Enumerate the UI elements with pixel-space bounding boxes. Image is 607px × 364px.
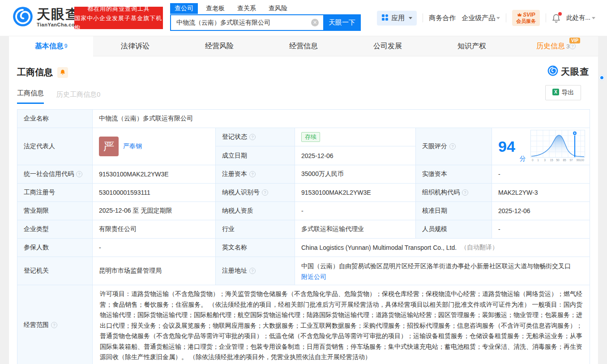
top-header: 天眼查 TianYanCha.com 都在用的商业查询工具 国家中小企业发展子基… [0,0,607,36]
tab-operation-info[interactable]: 经营信息 [261,36,346,56]
apps-label: 应用 [391,14,405,22]
enterprise-products-link[interactable]: 企业级产品 [462,14,500,22]
promo-line2: 国家中小企业发展子基金旗下机构 [74,13,163,32]
tab-history-info[interactable]: 历史信息 3 VIP [514,36,598,56]
help-icon[interactable] [249,134,256,140]
vip-badge: VIP [569,38,580,43]
search-tabs: 查公司 查老板 查关系 查风险 [170,3,361,14]
staff-size-value: - [492,220,590,239]
reg-address-label: 注册地址 [216,257,295,285]
svip-service-label: 会员服务 [516,18,536,24]
tianyancha-swirl-icon [547,65,558,78]
score-distribution-chart: 0 1 3 15 50 85 97 99 100 [530,130,585,163]
divider [546,13,546,22]
tab-label: 经营信息 [289,42,318,51]
svg-text:3: 3 [544,158,546,162]
industry-label: 行业 [216,220,295,239]
help-icon[interactable] [51,322,57,328]
establish-date-value: 2025-12-06 [295,146,416,165]
crown-icon [517,12,522,18]
registry-authority-value: 昆明市市场监督管理局 [93,257,216,285]
score-cell: 94 分 [492,128,590,165]
status-badge: 存续 [301,132,320,142]
legal-rep-link[interactable]: 严奉钢 [123,142,142,150]
tab-company-development[interactable]: 公司发展 [346,36,430,56]
tianyancha-logo[interactable]: 天眼查 TianYanCha.com [13,6,80,29]
help-icon[interactable] [76,171,82,177]
apps-button[interactable]: 应用 [377,11,417,26]
tab-legal-litigation[interactable]: 法律诉讼 [93,36,177,56]
help-icon[interactable] [249,268,256,274]
credit-code-label: 统一社会信用代码 [17,165,93,184]
tab-count: 3 [566,43,569,50]
svg-text:100: 100 [579,158,584,162]
notification-bell-icon[interactable] [552,13,560,23]
business-term-value: 2025-12-06 至 无固定期限 [93,202,216,220]
divider [506,13,506,22]
search-tab-company[interactable]: 查公司 [170,3,198,14]
taxpayer-id-label: 纳税人识别号 [216,184,295,202]
caret-down-icon [409,17,412,19]
address-text: 中国（云南）自由贸易试验区昆明片区经开区洛羊街道办事处小新册社区联运大道与物畅街… [301,262,571,270]
score-value: 94 [498,139,515,154]
label-text: 注册地址 [222,267,247,275]
user-menu[interactable]: 此处有... [566,14,595,22]
svg-text:0: 0 [532,158,534,162]
label-text: 天眼评分 [422,142,447,150]
approval-date-value: 2025-12-06 [492,202,590,220]
search-tab-risk[interactable]: 查风险 [264,3,292,14]
score-label: 天眼评分 [416,128,492,165]
label-text: 统一社会信用代码 [24,170,74,178]
tab-basic-info[interactable]: 基本信息 9 [9,36,93,56]
help-icon[interactable] [449,143,456,150]
nearby-companies-link[interactable]: 附近公司 [301,272,326,282]
help-icon[interactable] [569,43,576,49]
excel-icon: X [552,89,559,97]
search-tab-boss[interactable]: 查老板 [201,3,229,14]
enterprise-products-label: 企业级产品 [462,14,495,22]
insured-count-value: - [93,239,216,257]
search-button[interactable]: 天眼一下 [323,14,361,31]
tab-operation-risk[interactable]: 经营风险 [177,36,261,56]
search-input[interactable] [170,14,323,31]
business-scope-label: 经营范围 [17,285,93,364]
reg-number-value: 530100001593111 [93,184,216,202]
tianyancha-swirl-icon [13,6,33,29]
org-code-label: 组织机构代码 [416,184,492,202]
tab-count: 9 [64,43,68,49]
company-name-label: 企业名称 [17,110,93,128]
business-info-table: 企业名称 中物流（云南）多式联运有限公司 法定代表人 严 严奉钢 登记状态 存续… [17,109,590,364]
tab-intellectual-property[interactable]: 知识产权 [430,36,514,56]
logo-domain: TianYanCha.com [37,22,80,27]
score-unit: 分 [520,155,526,163]
help-icon[interactable] [249,171,256,177]
clear-icon[interactable]: ✕ [311,19,319,26]
tab-label: 历史信息 [536,42,565,51]
label-text: 经营范围 [24,321,49,329]
english-name-label: 英文名称 [216,239,295,257]
insured-count-label: 参保人数 [17,239,93,257]
legal-rep-avatar[interactable]: 严 [99,137,119,156]
help-icon[interactable] [262,189,268,196]
svip-member-button[interactable]: SVIP 会员服务 [512,10,540,26]
subscribe-bell-icon[interactable] [57,67,68,78]
subtab-business-info[interactable]: 工商信息 [17,89,44,104]
help-icon[interactable] [462,189,468,196]
promo-banner: 都在用的商业查询工具 国家中小企业发展子基金旗下机构 [74,7,163,29]
paid-capital-label: 实缴资本 [416,165,492,184]
export-button[interactable]: X 导出 [545,85,581,100]
reg-capital-value: 35000万人民币 [295,165,416,184]
section-header: 工商信息 天眼查 工商信息 历史工商信息0 X 导出 [9,56,598,104]
cooperation-link[interactable]: 商务合作 [429,14,456,22]
subtab-history-business-info[interactable]: 历史工商信息0 [56,90,100,104]
tab-label: 经营风险 [205,42,234,51]
search-tab-relation[interactable]: 查关系 [233,3,261,14]
brand-name: 天眼查 [561,66,589,78]
svg-text:85: 85 [563,158,566,162]
promo-line1: 都在用的商业查询工具 [87,4,150,13]
svip-label: SVIP [523,12,535,18]
floating-widget-dot[interactable] [599,75,604,80]
user-label: 此处有... [566,14,590,22]
paid-capital-value: - [492,165,590,184]
business-term-label: 营业期限 [17,202,93,220]
